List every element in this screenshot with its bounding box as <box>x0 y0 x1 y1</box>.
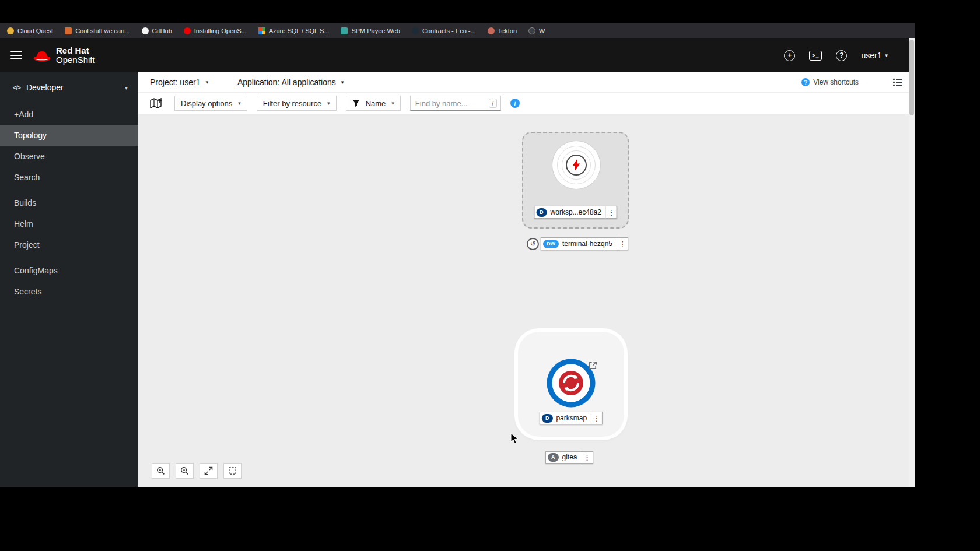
open-url-icon[interactable] <box>589 361 597 370</box>
project-selector[interactable]: Project: user1 ▾ <box>150 78 208 87</box>
question-circle-icon: ? <box>802 78 810 86</box>
display-options-label: Display options <box>181 99 232 108</box>
workload-label-parksmap[interactable]: D parksmap ⋮ <box>540 412 603 424</box>
nav-group-config: ConfigMaps Secrets <box>0 260 138 302</box>
workload-label-workspace[interactable]: D worksp...ec48a2 ⋮ <box>534 206 617 219</box>
bookmark-label: SPM Payee Web <box>351 27 400 34</box>
fullscreen-button[interactable] <box>223 463 242 479</box>
kebab-menu-icon[interactable]: ⋮ <box>606 206 617 219</box>
terminal-node[interactable]: ↺ DW terminal-hezqn5 ⋮ <box>527 237 628 250</box>
sidebar-item-builds[interactable]: Builds <box>0 192 138 213</box>
topology-canvas[interactable]: D worksp...ec48a2 ⋮ ↺ DW terminal-hezqn5… <box>138 114 915 487</box>
export-application-icon[interactable] <box>150 98 163 108</box>
gitea-node[interactable]: A gitea ⋮ <box>545 451 593 464</box>
chevron-down-icon: ▾ <box>391 100 394 106</box>
topology-toolbar: Display options ▾ Filter by resource ▾ N… <box>138 93 915 114</box>
sidebar-item-observe[interactable]: Observe <box>0 146 138 167</box>
web-terminal-icon[interactable]: >_ <box>809 51 822 61</box>
redhat-openshift-logo[interactable]: Red Hat OpenShift <box>33 46 95 65</box>
zoom-in-button[interactable] <box>152 463 170 479</box>
fit-to-screen-button[interactable] <box>200 463 218 479</box>
sidebar-item-search[interactable]: Search <box>0 167 138 188</box>
chevron-down-icon: ▾ <box>205 79 208 85</box>
bookmark-spm-payee[interactable]: SPM Payee Web <box>341 27 400 34</box>
bookmark-favicon <box>65 27 72 34</box>
application-label-gitea[interactable]: A gitea ⋮ <box>545 451 593 464</box>
sidebar-item-project[interactable]: Project <box>0 234 138 255</box>
sidebar-item-configmaps[interactable]: ConfigMaps <box>0 260 138 281</box>
application-name: gitea <box>562 453 582 461</box>
application-badge: A <box>548 453 559 462</box>
user-menu[interactable]: user1 ▾ <box>861 51 888 60</box>
brand-line-2: OpenShift <box>56 55 95 65</box>
find-by-name-field: / <box>410 96 501 111</box>
name-filter-dropdown[interactable]: Name ▾ <box>346 96 401 111</box>
sidebar-nav: </> Developer ▾ +Add Topology Observe Se… <box>0 72 138 487</box>
help-icon[interactable]: ? <box>836 50 847 61</box>
scrollbar[interactable] <box>909 38 915 487</box>
workspace-node[interactable]: D worksp...ec48a2 ⋮ <box>522 132 629 229</box>
zoom-out-button[interactable] <box>176 463 194 479</box>
chevron-down-icon: ▾ <box>885 52 888 58</box>
chevron-down-icon: ▾ <box>327 100 330 106</box>
bookmark-azure-sql[interactable]: Azure SQL / SQL S... <box>258 27 330 34</box>
bookmark-label: Contracts - Eco -... <box>422 27 476 34</box>
bookmark-cloud-quest[interactable]: Cloud Quest <box>7 27 53 34</box>
sidebar-item-secrets[interactable]: Secrets <box>0 281 138 302</box>
username: user1 <box>861 51 881 60</box>
bookmark-label: Azure SQL / SQL S... <box>269 27 330 34</box>
devworkspace-icon <box>552 141 601 189</box>
hamburger-menu-icon[interactable] <box>10 51 22 59</box>
import-plus-icon[interactable]: + <box>784 50 795 61</box>
lightning-bolt-icon <box>572 159 581 171</box>
context-bar: Project: user1 ▾ Application: All applic… <box>138 72 915 93</box>
project-selector-label: Project: user1 <box>150 78 200 87</box>
deployment-badge: D <box>542 414 553 423</box>
filter-by-resource-dropdown[interactable]: Filter by resource ▾ <box>257 96 337 111</box>
sidebar-item-add[interactable]: +Add <box>0 104 138 125</box>
name-filter-label: Name <box>366 99 386 108</box>
application-selector-label: Application: All applications <box>237 78 336 87</box>
bookmarks-bar: Cloud Quest Cool stuff we can... GitHub … <box>0 23 915 38</box>
parksmap-node[interactable]: D parksmap ⋮ <box>518 332 624 437</box>
bookmark-cool-stuff[interactable]: Cool stuff we can... <box>65 27 130 34</box>
view-shortcuts-link[interactable]: ? View shortcuts <box>802 78 859 86</box>
find-by-name-input[interactable] <box>415 99 484 108</box>
list-view-toggle-icon[interactable] <box>892 78 903 87</box>
filter-funnel-icon <box>352 100 360 107</box>
nav-group-main: +Add Topology Observe Search <box>0 104 138 188</box>
sidebar-item-topology[interactable]: Topology <box>0 125 138 146</box>
globe-icon <box>528 27 536 34</box>
perspective-switcher[interactable]: </> Developer ▾ <box>0 72 138 100</box>
bookmark-w[interactable]: W <box>528 27 545 34</box>
bookmark-contracts[interactable]: Contracts - Eco -... <box>412 27 476 34</box>
workload-label-terminal[interactable]: DW terminal-hezqn5 ⋮ <box>541 237 628 250</box>
redhat-hat-icon <box>33 48 51 63</box>
brand-text: Red Hat OpenShift <box>56 46 95 65</box>
grid-favicon <box>258 27 265 34</box>
bookmark-favicon <box>341 27 348 34</box>
sidebar-item-helm[interactable]: Helm <box>0 213 138 234</box>
display-options-dropdown[interactable]: Display options ▾ <box>174 96 247 111</box>
deployment-badge: D <box>536 208 547 217</box>
filter-by-resource-label: Filter by resource <box>263 99 321 108</box>
slash-shortcut-key: / <box>489 99 497 108</box>
bookmark-tekton[interactable]: Tekton <box>488 27 517 34</box>
kebab-menu-icon[interactable]: ⋮ <box>582 451 593 464</box>
bookmark-label: Cool stuff we can... <box>75 27 130 34</box>
bookmark-installing-openshift[interactable]: Installing OpenS... <box>184 27 247 34</box>
bookmark-github[interactable]: GitHub <box>142 27 172 34</box>
status-decorator-icon[interactable]: ↺ <box>527 238 539 250</box>
chevron-down-icon: ▾ <box>341 79 344 85</box>
scrollbar-thumb[interactable] <box>909 40 914 115</box>
zoom-controls <box>152 463 242 479</box>
application-selector[interactable]: Application: All applications ▾ <box>237 78 344 87</box>
bookmark-favicon <box>488 27 495 34</box>
kebab-menu-icon[interactable]: ⋮ <box>617 237 628 250</box>
kebab-menu-icon[interactable]: ⋮ <box>591 412 602 424</box>
view-shortcuts-label: View shortcuts <box>813 78 859 86</box>
workload-name: terminal-hezqn5 <box>562 240 617 248</box>
info-icon[interactable]: i <box>510 99 520 108</box>
workload-name: parksmap <box>556 414 591 422</box>
bookmark-label: Cloud Quest <box>18 27 53 34</box>
